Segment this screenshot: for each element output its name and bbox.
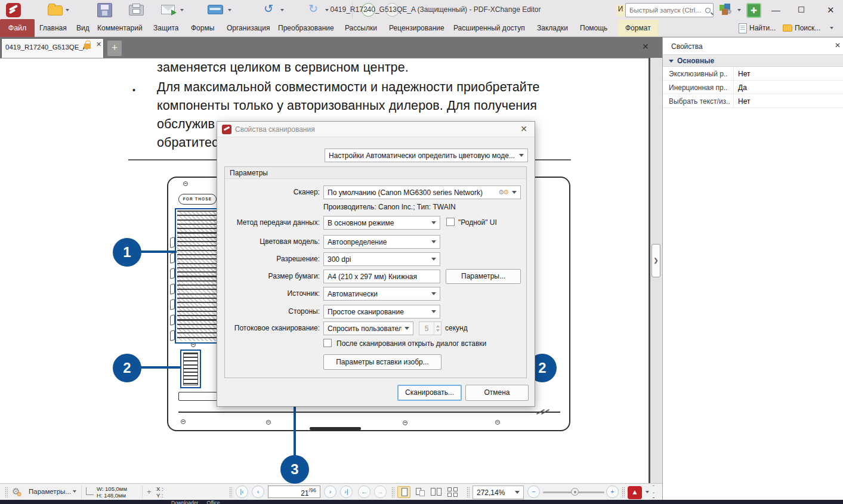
layout-grid-icon[interactable] <box>446 486 459 498</box>
fullscreen-icon[interactable]: ✚ <box>746 3 761 18</box>
lock-icon <box>84 44 91 49</box>
first-page-button[interactable]: |‹ <box>236 486 248 498</box>
color-settings-dropdown-icon[interactable] <box>737 9 741 11</box>
layout-single-page-icon[interactable] <box>397 486 410 498</box>
menu-vid[interactable]: Вид <box>76 20 89 36</box>
sides-combo[interactable]: Простое сканирование <box>323 305 440 319</box>
scanner-combo[interactable]: По умолчанию (Canon MG6300 series Networ… <box>323 185 521 199</box>
options-dropdown-icon[interactable] <box>73 490 76 493</box>
scroll-end-icon[interactable]: ˇ <box>653 491 654 498</box>
menu-file[interactable]: Файл <box>0 19 35 38</box>
menu-preobrazovanie[interactable]: Преобразование <box>278 20 334 36</box>
adobe-reader-icon[interactable]: ▲ <box>628 486 642 499</box>
next-page-button[interactable]: › <box>324 486 336 498</box>
previous-page-button[interactable]: ‹ <box>252 486 264 498</box>
scan-dropdown-icon[interactable] <box>228 9 231 11</box>
zoom-out-button[interactable]: − <box>527 486 540 498</box>
preset-combo[interactable]: Настройки Автоматически определить цвето… <box>325 149 528 162</box>
resolution-combo[interactable]: 300 dpi <box>323 252 440 266</box>
email-dropdown-icon[interactable] <box>180 9 184 11</box>
property-row[interactable]: Эксклюзивный р.. Нет <box>663 67 843 81</box>
paper-size-label: Размер бумаги: <box>268 272 320 280</box>
minimize-button[interactable]: — <box>771 5 780 15</box>
native-ui-checkbox[interactable] <box>446 218 455 226</box>
color-model-label: Цветовая модель: <box>260 237 320 246</box>
maximize-button[interactable]: ◻ <box>798 4 805 14</box>
scanner-settings-icon[interactable]: ⚙⚙ <box>498 188 508 196</box>
menu-format[interactable]: Формат <box>618 20 658 36</box>
screw <box>181 419 186 424</box>
callout-2-left: 2 <box>113 354 141 382</box>
quick-launch-box[interactable] <box>625 3 714 17</box>
paper-params-button[interactable]: Параметры... <box>446 269 521 284</box>
scroll-down-icon[interactable]: ˇ <box>653 484 654 490</box>
doc-paragraph-top: заменяется целиком в сервисном центре. <box>157 60 409 75</box>
save-icon[interactable] <box>97 3 112 17</box>
tabbar-close-icon[interactable]: ✕ <box>642 42 649 51</box>
last-page-button[interactable]: ›| <box>340 486 353 498</box>
stream-scan-combo[interactable]: Спросить пользователя <box>323 321 413 335</box>
menu-zashchita[interactable]: Защита <box>153 20 179 36</box>
menu-zakladki[interactable]: Закладки <box>537 20 568 36</box>
email-icon[interactable] <box>161 5 175 14</box>
menu-formy[interactable]: Формы <box>191 20 214 36</box>
print-icon[interactable] <box>129 5 144 16</box>
layout-two-pages-icon[interactable] <box>430 486 443 498</box>
new-tab-button[interactable]: + <box>107 41 122 56</box>
doc-bullet: • <box>132 85 135 95</box>
statusbar-options[interactable]: Параметры... <box>29 488 71 495</box>
menu-pomoshch[interactable]: Помощь <box>580 20 607 36</box>
page-number-input[interactable]: 21/96 <box>268 486 320 498</box>
laptop-inner-line <box>178 412 560 413</box>
property-row[interactable]: Инерционная пр.. Да <box>663 81 843 94</box>
open-dropdown-icon[interactable] <box>66 9 69 11</box>
close-button[interactable]: ✕ <box>827 5 835 16</box>
panel-close-icon[interactable]: ✕ <box>835 41 841 50</box>
zoom-level-combo[interactable]: 272,14% <box>473 486 524 499</box>
scan-properties-dialog: Свойства сканирования ✕ Настройки Автома… <box>217 121 535 407</box>
transfer-method-combo[interactable]: В основном режиме <box>323 216 440 230</box>
vertical-scrollbar[interactable]: ❯ <box>650 58 662 483</box>
panel-splitter-handle[interactable]: ❯ <box>651 244 660 277</box>
menu-rassylki[interactable]: Рассылки <box>345 20 377 36</box>
document-tab[interactable]: 0419_R17240_G513QE_A ✕ <box>1 38 104 58</box>
menu-kommentariy[interactable]: Комментарий <box>97 20 143 36</box>
zoom-in-button[interactable]: + <box>606 486 619 498</box>
zoom-slider-thumb[interactable] <box>571 488 579 496</box>
undo-icon[interactable]: ↺ <box>264 2 273 16</box>
after-scan-checkbox[interactable] <box>323 339 332 347</box>
menu-organizatsiya[interactable]: Организация <box>227 20 270 36</box>
scan-button[interactable]: Сканировать... <box>397 385 462 401</box>
find-button[interactable]: Найти... <box>739 20 776 36</box>
property-row[interactable]: Выбрать текст/из.. Нет <box>663 94 843 108</box>
gear-icon[interactable]: ⚙⚙ <box>12 486 20 497</box>
undo-dropdown-icon[interactable] <box>280 9 284 11</box>
color-model-combo[interactable]: Автоопределение <box>323 235 440 249</box>
chevron-down-icon <box>519 154 524 157</box>
paper-size-field[interactable]: A4 (210 x 297 мм) Книжная <box>323 270 440 283</box>
native-ui-label: "Родной" UI <box>458 218 497 227</box>
quick-launch-input[interactable] <box>629 7 705 14</box>
adobe-dropdown-icon[interactable] <box>646 491 649 493</box>
chevron-down-icon <box>431 258 436 261</box>
source-combo[interactable]: Автоматически <box>323 287 440 301</box>
color-settings-icon[interactable]: ⚙ <box>720 4 734 17</box>
open-file-icon[interactable] <box>48 5 63 16</box>
dialog-titlebar[interactable]: Свойства сканирования ✕ <box>217 122 535 137</box>
cancel-button[interactable]: Отмена <box>465 385 529 401</box>
menubar-overflow-icon[interactable] <box>830 27 833 29</box>
dialog-close-icon[interactable]: ✕ <box>520 124 527 134</box>
search-button[interactable]: Поиск... <box>783 20 820 36</box>
menu-rasshirenny-dostup[interactable]: Расширенный доступ <box>453 20 525 36</box>
tab-close-icon[interactable]: ✕ <box>96 41 101 48</box>
insert-params-button[interactable]: Параметры вставки изобр... <box>323 354 441 370</box>
menu-retsenzirovanie[interactable]: Рецензирование <box>389 20 444 36</box>
menu-glavnaya[interactable]: Главная <box>39 20 67 36</box>
statusbar-grip <box>229 487 232 497</box>
view-back-button[interactable]: ← <box>358 486 370 498</box>
scan-icon[interactable] <box>208 5 223 14</box>
size-icon <box>86 487 94 495</box>
callout1-line <box>140 251 177 253</box>
layout-fit-icon[interactable] <box>413 486 427 498</box>
section-osnovnye[interactable]: Основные <box>663 54 843 67</box>
